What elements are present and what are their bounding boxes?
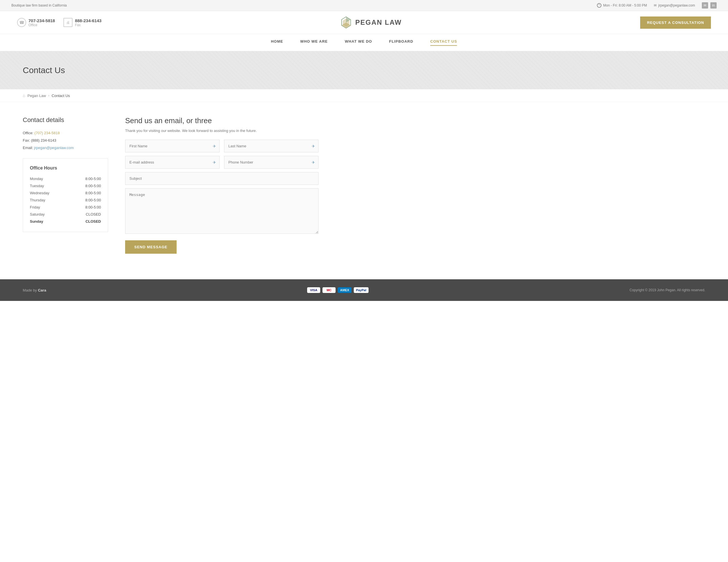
email-label: Email: — [23, 146, 33, 150]
office-phone: (707) 234-5818 — [34, 131, 60, 135]
clock-icon — [597, 3, 601, 8]
email-address: jrpegan@peganlaw.com — [658, 3, 695, 7]
home-icon: ⌂ — [23, 93, 25, 98]
tagline: Boutique law firm based in California — [11, 3, 67, 7]
amex-badge: AMEX — [338, 287, 351, 293]
email-input-icon: ✈ — [213, 160, 216, 165]
message-input[interactable] — [125, 188, 319, 234]
logo-text: PEGAN LAW — [355, 18, 402, 26]
mastercard-badge: MC — [322, 287, 336, 293]
form-title: Send us an email, or three — [125, 116, 319, 125]
fax-phone-item: 🖨 888-234-6143 Fax — [63, 18, 101, 27]
footer-made-by: Made by Cara — [23, 288, 46, 292]
nav-who-we-are[interactable]: WHO WE ARE — [300, 39, 328, 46]
envelope-icon: ✉ — [654, 3, 657, 7]
header: ☎ 707-234-5818 Office 🖨 888-234-6143 Fax… — [0, 11, 728, 34]
hours-row: Thursday8:00-5:00 — [30, 197, 101, 204]
site-logo[interactable]: PEGAN LAW — [340, 16, 402, 29]
breadcrumb-current: Contact Us — [52, 94, 70, 98]
hours-time: 8:00-5:00 — [69, 175, 101, 182]
hours-time: 8:00-5:00 — [69, 182, 101, 189]
linkedin-icon[interactable]: in — [710, 2, 717, 9]
fax-label: Fax: — [23, 138, 30, 142]
send-message-button[interactable]: SEND MESSAGE — [125, 240, 177, 254]
payment-methods: VISA MC AMEX PayPal — [307, 287, 369, 293]
business-hours: Mon - Fri: 8:00 AM - 5:00 PM — [597, 3, 647, 8]
fax-info: Fax: (888) 234-6143 — [23, 137, 108, 144]
subject-input[interactable] — [125, 172, 319, 185]
consultation-button[interactable]: REQUEST A CONSULTATION — [640, 16, 711, 29]
last-name-icon: ✈ — [312, 144, 315, 148]
hours-day: Friday — [30, 204, 69, 211]
main-content: Contact details Office: (707) 234-5818 F… — [0, 102, 341, 268]
last-name-field: ✈ — [224, 140, 319, 152]
breadcrumb: ⌂ Pegan Law › Contact Us — [0, 89, 728, 102]
nav-what-we-do[interactable]: WHAT WE DO — [345, 39, 372, 46]
fax-number: (888) 234-6143 — [31, 138, 56, 142]
top-bar-right: Mon - Fri: 8:00 AM - 5:00 PM ✉ jrpegan@p… — [597, 2, 717, 9]
made-by-prefix: Made by — [23, 288, 38, 292]
contact-details-column: Contact details Office: (707) 234-5818 F… — [23, 116, 108, 254]
office-hours-box: Office Hours Monday8:00-5:00Tuesday8:00-… — [23, 158, 108, 232]
hours-time: 8:00-5:00 — [69, 189, 101, 197]
contact-info-block: Office: (707) 234-5818 Fax: (888) 234-61… — [23, 129, 108, 152]
nav-home[interactable]: HOME — [271, 39, 283, 46]
email-input[interactable] — [125, 156, 220, 169]
breadcrumb-home[interactable]: Pegan Law — [27, 94, 46, 98]
hours-time: CLOSED — [69, 211, 101, 218]
hours-label: Mon - Fri: 8:00 AM - 5:00 PM — [603, 3, 647, 7]
top-bar: Boutique law firm based in California Mo… — [0, 0, 728, 11]
first-name-icon: ✈ — [213, 144, 216, 148]
first-name-input[interactable] — [125, 140, 220, 152]
breadcrumb-separator: › — [48, 94, 49, 98]
first-name-field: ✈ — [125, 140, 220, 152]
office-label: Office — [28, 23, 55, 27]
social-icons: ✉ in — [702, 2, 717, 9]
nav-flipboard[interactable]: FLIPBOARD — [389, 39, 413, 46]
hours-time: 8:00-5:00 — [69, 204, 101, 211]
office-phone-number: 707-234-5818 — [28, 18, 55, 23]
phone-icon: ☎ — [17, 18, 26, 27]
hours-day: Monday — [30, 175, 69, 182]
email-field: ✈ — [125, 156, 220, 169]
copyright: Copyright © 2019 John Pegan. All rights … — [630, 288, 705, 292]
office-phone-info: 707-234-5818 Office — [28, 18, 55, 27]
email-link[interactable]: jrpegan@peganlaw.com — [34, 146, 74, 150]
fax-phone-info: 888-234-6143 Fax — [75, 18, 101, 27]
hours-time: CLOSED — [69, 218, 101, 225]
hours-row: Wednesday8:00-5:00 — [30, 189, 101, 197]
office-phone-item: ☎ 707-234-5818 Office — [17, 18, 55, 27]
hours-day: Saturday — [30, 211, 69, 218]
hours-row: SundayCLOSED — [30, 218, 101, 225]
email-icon[interactable]: ✉ — [702, 2, 708, 9]
hours-time: 8:00-5:00 — [69, 197, 101, 204]
form-subtitle: Thank you for visiting our website. We l… — [125, 129, 319, 133]
logo-icon — [340, 16, 352, 29]
office-info: Office: (707) 234-5818 — [23, 129, 108, 137]
hours-day: Wednesday — [30, 189, 69, 197]
name-row: ✈ ✈ — [125, 140, 319, 152]
hours-day: Thursday — [30, 197, 69, 204]
fax-label: Fax — [75, 23, 101, 27]
last-name-input[interactable] — [224, 140, 319, 152]
made-by-name: Cara — [38, 288, 46, 292]
footer: Made by Cara VISA MC AMEX PayPal Copyrig… — [0, 279, 728, 301]
hours-day: Tuesday — [30, 182, 69, 189]
office-label: Office: — [23, 131, 33, 135]
phone-field: ✈ — [224, 156, 319, 169]
contact-form-column: Send us an email, or three Thank you for… — [125, 116, 319, 254]
visa-badge: VISA — [307, 287, 320, 293]
email-contact: ✉ jrpegan@peganlaw.com — [654, 3, 695, 7]
email-phone-row: ✈ ✈ — [125, 156, 319, 169]
phone-input[interactable] — [224, 156, 319, 169]
hero-title: Contact Us — [23, 65, 65, 75]
office-hours-title: Office Hours — [30, 166, 101, 171]
hours-day: Sunday — [30, 218, 69, 225]
nav-contact-us[interactable]: CONTACT US — [430, 39, 457, 46]
fax-icon: 🖨 — [63, 18, 73, 27]
hours-row: SaturdayCLOSED — [30, 211, 101, 218]
hero-banner: Contact Us — [0, 51, 728, 89]
paypal-badge: PayPal — [354, 287, 369, 293]
hours-row: Friday8:00-5:00 — [30, 204, 101, 211]
header-contact-info: ☎ 707-234-5818 Office 🖨 888-234-6143 Fax — [17, 18, 102, 27]
